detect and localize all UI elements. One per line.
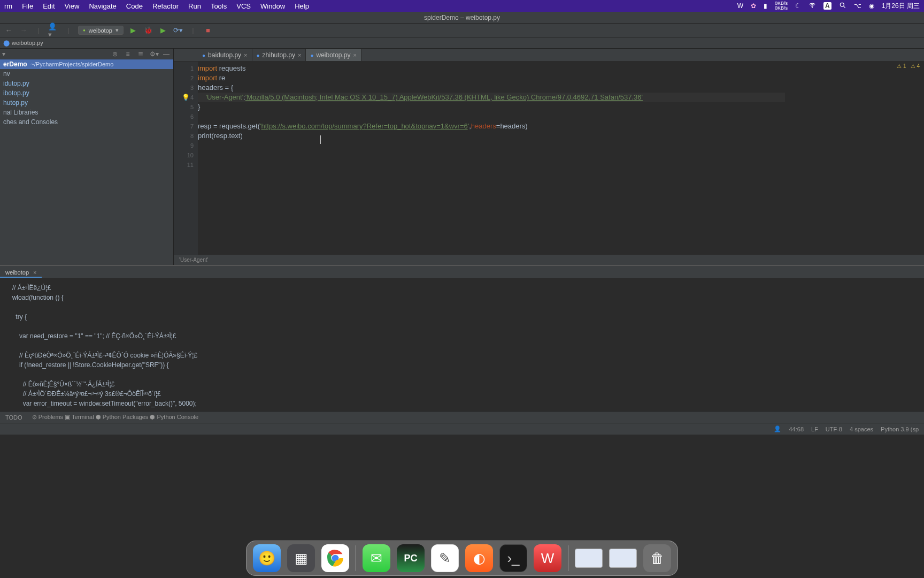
control-center-icon[interactable]: ⌥: [854, 2, 861, 10]
app-menu[interactable]: rm: [4, 2, 12, 10]
collapse-all-icon[interactable]: ≣: [137, 50, 144, 58]
intention-bulb-icon[interactable]: 💡: [182, 93, 190, 102]
python-file-icon: ●: [257, 52, 260, 58]
menu-view[interactable]: View: [65, 2, 80, 10]
menu-refactor[interactable]: Refactor: [152, 2, 179, 10]
status-eol[interactable]: LF: [811, 426, 818, 432]
toolwin-pyconsole[interactable]: Python Console: [157, 414, 198, 420]
code-editor[interactable]: 1234567891011 ⚠ 1 ⚠ 4 import requests im…: [174, 62, 924, 255]
tree-project-root[interactable]: erDemo ~/PycharmProjects/spiderDemo: [0, 59, 173, 69]
tree-item[interactable]: ibotop.py: [0, 88, 173, 98]
toolwin-pypackages[interactable]: Python Packages: [103, 414, 149, 420]
tray-icon[interactable]: ▮: [764, 2, 767, 10]
back-icon[interactable]: ←: [3, 25, 14, 36]
tree-item[interactable]: hutop.py: [0, 98, 173, 108]
hide-icon[interactable]: —: [163, 50, 170, 58]
tree-item-scratches[interactable]: ches and Consoles: [0, 117, 173, 127]
macos-dock: 🙂 ▦ ✉ PC ✎ ◐ ›_ W 🗑: [246, 541, 678, 576]
dnd-icon[interactable]: ☾: [795, 2, 801, 10]
run-tab-weibotop[interactable]: weibotop×: [0, 268, 42, 278]
console-output[interactable]: // Á±³ÌËë¿Ú¦£ wload(function () { try { …: [0, 278, 924, 411]
menu-right: W ✿ ▮ 0KB/s0KB/s ☾ A ⌥ ◉ 1月26日 周三: [737, 1, 920, 11]
menu-code[interactable]: Code: [126, 2, 143, 10]
siri-icon[interactable]: ◉: [869, 2, 874, 10]
dock-minimized-window[interactable]: [609, 549, 637, 568]
dock-trash-icon[interactable]: 🗑: [643, 544, 671, 572]
bottom-tool-buttons: TODO ⊘ Problems ▣ Terminal ⬢ Python Pack…: [0, 411, 924, 423]
wps-tray-icon[interactable]: W: [737, 2, 743, 10]
target-icon[interactable]: ⊚: [111, 50, 119, 58]
user-icon[interactable]: 👤▾: [48, 25, 59, 36]
tab-weibotop[interactable]: ●weibotop.py×: [306, 49, 361, 61]
clock-date[interactable]: 1月26日 周三: [882, 2, 920, 11]
menu-navigate[interactable]: Navigate: [89, 2, 116, 10]
dock-separator: [356, 545, 356, 571]
navigation-bar[interactable]: ⬤ weibotop.py: [0, 37, 924, 49]
tree-item[interactable]: idutop.py: [0, 79, 173, 88]
close-icon[interactable]: ×: [33, 269, 36, 276]
menu-vcs[interactable]: VCS: [236, 2, 251, 10]
python-file-icon: ⬤: [3, 40, 10, 47]
dock-terminal-icon[interactable]: ›_: [499, 544, 527, 572]
status-indent[interactable]: 4 spaces: [850, 426, 873, 432]
profile-button-icon[interactable]: ⟳▾: [173, 25, 183, 36]
dock-pycharm-icon[interactable]: PC: [397, 544, 425, 572]
menu-edit[interactable]: Edit: [43, 2, 55, 10]
tab-baidutop[interactable]: ●baidutop.py×: [198, 49, 252, 61]
dock-wps-icon[interactable]: W: [534, 544, 561, 572]
forward-icon[interactable]: →: [18, 25, 29, 36]
menu-file[interactable]: File: [22, 2, 33, 10]
expand-all-icon[interactable]: ≡: [124, 50, 132, 58]
svg-line-2: [843, 6, 845, 7]
stop-button-icon[interactable]: ■: [203, 25, 213, 36]
status-encoding[interactable]: UTF-8: [826, 426, 842, 432]
tree-item[interactable]: nv: [0, 69, 173, 79]
wifi-icon[interactable]: [808, 2, 816, 11]
dock-textedit-icon[interactable]: ✎: [431, 544, 459, 572]
debug-button-icon[interactable]: 🐞: [143, 25, 153, 36]
status-caret-pos[interactable]: 44:68: [789, 426, 804, 432]
dock-finder-icon[interactable]: 🙂: [253, 544, 281, 572]
dock-wechat-icon[interactable]: ✉: [363, 544, 390, 572]
dock-postman-icon[interactable]: ◐: [465, 544, 493, 572]
python-file-icon: ●: [202, 52, 205, 58]
close-icon[interactable]: ×: [298, 52, 301, 58]
menu-help[interactable]: Help: [295, 2, 309, 10]
inspection-indicator[interactable]: ⚠ 1 ⚠ 4: [897, 63, 920, 69]
input-method-icon[interactable]: A: [823, 2, 831, 10]
close-icon[interactable]: ×: [244, 52, 247, 58]
run-tool-window: weibotop× // Á±³ÌËë¿Ú¦£ wload(function (…: [0, 265, 924, 411]
window-title: spiderDemo – weibotop.py: [0, 12, 924, 24]
gear-icon[interactable]: ⚙▾: [150, 50, 157, 58]
menu-left: rm File Edit View Navigate Code Refactor…: [4, 2, 309, 10]
run-tab-bar: weibotop×: [0, 266, 924, 278]
dock-separator: [568, 545, 568, 571]
editor-breadcrumb[interactable]: 'User-Agent': [174, 255, 924, 265]
spotlight-icon[interactable]: [839, 2, 846, 11]
macos-menu-bar: rm File Edit View Navigate Code Refactor…: [0, 0, 924, 12]
toolwin-terminal[interactable]: Terminal: [72, 414, 94, 420]
project-tool-window: ▾ ⊚ ≡ ≣ ⚙▾ — erDemo ~/PycharmProjects/sp…: [0, 49, 174, 265]
chevron-down-icon[interactable]: ▾: [0, 50, 7, 58]
dock-chrome-icon[interactable]: [321, 544, 349, 572]
run-button-icon[interactable]: ▶: [128, 25, 138, 36]
close-icon[interactable]: ×: [353, 52, 357, 58]
menu-tools[interactable]: Tools: [211, 2, 227, 10]
status-interpreter[interactable]: Python 3.9 (sp: [881, 426, 919, 432]
editor-gutter[interactable]: 1234567891011: [174, 62, 198, 255]
tab-zhihutop[interactable]: ●zhihutop.py×: [252, 49, 306, 61]
toolwin-problems[interactable]: Problems: [38, 414, 63, 420]
dock-launchpad-icon[interactable]: ▦: [287, 544, 315, 572]
status-hector-icon[interactable]: 👤: [774, 425, 781, 432]
menu-window[interactable]: Window: [260, 2, 285, 10]
python-file-icon: ●: [310, 52, 313, 58]
menu-run[interactable]: Run: [188, 2, 201, 10]
toolwin-todo[interactable]: TODO: [5, 414, 22, 421]
editor-tabs: ●baidutop.py× ●zhihutop.py× ●weibotop.py…: [174, 49, 924, 62]
flower-tray-icon[interactable]: ✿: [751, 2, 756, 10]
dock-minimized-window[interactable]: [575, 549, 603, 568]
run-configuration-selector[interactable]: weibotop▾: [78, 26, 124, 35]
tree-item-external-libs[interactable]: nal Libraries: [0, 108, 173, 117]
coverage-button-icon[interactable]: ▶: [158, 25, 168, 36]
toolbar-sep: |: [188, 25, 198, 36]
